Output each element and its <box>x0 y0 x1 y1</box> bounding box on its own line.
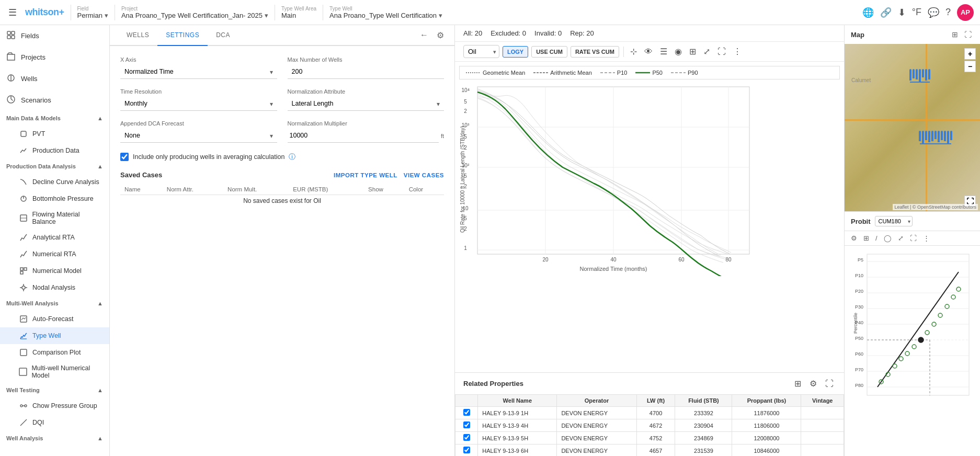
sidebar-item-auto-forecast[interactable]: Auto-Forecast <box>0 311 109 327</box>
chart-toolbar: Oil Gas Water LOGY USE CUM RATE VS CUM ⊹… <box>455 42 844 62</box>
globe-icon[interactable]: 🌐 <box>862 7 874 18</box>
svg-point-25 <box>25 405 27 407</box>
row-fluid: 234869 <box>675 432 732 444</box>
probit-table-icon[interactable]: ⊞ <box>861 233 871 243</box>
link-icon[interactable]: 🔗 <box>880 7 892 18</box>
sidebar-item-chow[interactable]: Chow Pressure Group <box>0 397 109 414</box>
menu-button[interactable]: ☰ <box>6 5 19 20</box>
settings-button[interactable]: ⚙ <box>435 28 446 42</box>
row-check[interactable] <box>455 407 478 419</box>
probit-expand-icon[interactable]: ⤢ <box>896 233 906 243</box>
sidebar-item-multi-numerical[interactable]: Multi-well Numerical Model <box>0 361 109 383</box>
sidebar-item-fields[interactable]: Fields <box>0 25 109 47</box>
help-icon[interactable]: ? <box>945 7 951 18</box>
sidebar-item-dca[interactable]: Decline Curve Analysis <box>0 174 109 190</box>
section-multi-well[interactable]: Multi-Well Analysis ▲ <box>0 296 109 311</box>
grid-icon[interactable]: ⊞ <box>687 45 698 58</box>
fullscreen-icon[interactable]: ⛶ <box>715 45 728 58</box>
table-row: HALEY 9-13-9 5H DEVON ENERGY 4752 234869… <box>455 432 844 444</box>
sidebar-item-num-model[interactable]: Numerical Model <box>0 263 109 279</box>
related-layout-icon[interactable]: ⊞ <box>792 377 803 390</box>
sidebar-item-production-data[interactable]: Production Data <box>0 142 109 159</box>
field-dropdown-icon[interactable]: ▾ <box>105 12 108 19</box>
max-wells-input[interactable] <box>288 65 445 79</box>
field-group: Field Permian ▾ <box>77 6 108 19</box>
map-expand-icon[interactable]: ⛶ <box>962 29 974 40</box>
probit-toolbar: ⚙ ⊞ / ◯ ⤢ ⛶ ⋮ <box>845 231 980 246</box>
auto-forecast-label: Auto-Forecast <box>32 315 74 323</box>
sidebar-item-scenarios[interactable]: Scenarios <box>0 89 109 111</box>
svg-rect-3 <box>12 36 15 39</box>
probit-fullscreen-icon[interactable]: ⛶ <box>908 233 919 243</box>
norm-multiplier-input[interactable] <box>288 129 439 143</box>
sidebar-item-dqi[interactable]: DQI <box>0 414 109 431</box>
table-icon[interactable]: ☰ <box>658 45 669 58</box>
pie-icon[interactable]: ◉ <box>673 45 684 58</box>
cursor-icon[interactable]: ⊹ <box>628 45 639 58</box>
view-cases-button[interactable]: VIEW CASES <box>404 172 444 178</box>
section-well-testing[interactable]: Well Testing ▲ <box>0 383 109 397</box>
time-resolution-select[interactable]: Monthly <box>120 97 277 111</box>
sidebar-item-arta[interactable]: Analytical RTA <box>0 229 109 246</box>
chat-icon[interactable]: 💬 <box>928 7 939 18</box>
eye-off-icon[interactable]: 👁 <box>642 45 655 58</box>
probit-edit-icon[interactable]: / <box>873 233 880 243</box>
info-icon[interactable]: ⓘ <box>289 152 295 162</box>
back-button[interactable]: ← <box>418 28 430 42</box>
tab-settings[interactable]: SETTINGS <box>157 25 208 46</box>
multi-numerical-icon <box>19 367 27 377</box>
probit-select[interactable]: CUM180 CUM365 <box>875 216 913 226</box>
num-model-icon <box>19 266 28 276</box>
include-producing-checkbox[interactable] <box>120 153 129 161</box>
sidebar-item-pvt[interactable]: PVT <box>0 126 109 142</box>
norm-attribute-select-wrap: Lateral Length <box>288 97 445 111</box>
map-table-icon[interactable]: ⊞ <box>950 29 960 40</box>
tab-wells[interactable]: WELLS <box>118 25 157 46</box>
import-type-well-button[interactable]: IMPORT TYPE WELL <box>334 172 397 178</box>
related-expand-icon[interactable]: ⛶ <box>823 377 836 390</box>
svg-text:Normalized Time (months): Normalized Time (months) <box>580 266 647 272</box>
expand-chart-icon[interactable]: ⤢ <box>701 45 712 58</box>
x-axis-select[interactable]: Normalized Time <box>120 65 277 79</box>
temperature-icon[interactable]: °F <box>912 7 921 18</box>
section-main-data[interactable]: Main Data & Models ▲ <box>0 111 109 126</box>
well-pins-1 <box>909 69 930 82</box>
related-settings-icon[interactable]: ⚙ <box>807 377 819 390</box>
probit-settings-icon[interactable]: ⚙ <box>849 233 859 243</box>
norm-attribute-select[interactable]: Lateral Length <box>288 97 445 111</box>
sidebar-item-projects[interactable]: Projects <box>0 47 109 68</box>
sidebar-item-comparison[interactable]: Comparison Plot <box>0 344 109 361</box>
col-eur: EUR (MSTB) <box>289 184 364 195</box>
probit-lasso-icon[interactable]: ◯ <box>882 233 894 243</box>
sidebar-item-nrta[interactable]: Numerical RTA <box>0 246 109 263</box>
use-cum-button[interactable]: USE CUM <box>531 46 567 58</box>
sidebar-item-bhp[interactable]: Bottomhole Pressure <box>0 190 109 207</box>
sidebar-item-fmb[interactable]: Flowing Material Balance <box>0 207 109 229</box>
sidebar-item-nodal[interactable]: Nodal Analysis <box>0 279 109 296</box>
svg-rect-12 <box>20 268 23 270</box>
svg-text:P50: P50 <box>855 336 863 341</box>
row-check[interactable] <box>455 444 478 457</box>
form-row-1: X Axis Normalized Time Max Number of Wel… <box>120 56 444 79</box>
project-dropdown-icon[interactable]: ▾ <box>265 12 268 19</box>
tab-dca[interactable]: DCA <box>208 25 238 46</box>
sidebar-item-wells[interactable]: Wells <box>0 68 109 89</box>
col-color: Color <box>405 184 444 195</box>
more-icon[interactable]: ⋮ <box>731 45 744 58</box>
section-production-analysis[interactable]: Production Data Analysis ▲ <box>0 159 109 174</box>
map-zoom-in[interactable]: + <box>964 48 976 60</box>
logy-button[interactable]: LOGY <box>503 46 528 58</box>
probit-more-icon[interactable]: ⋮ <box>921 233 932 243</box>
row-check[interactable] <box>455 432 478 444</box>
map-zoom-out[interactable]: − <box>964 61 976 72</box>
row-check[interactable] <box>455 419 478 432</box>
section-well-analysis[interactable]: Well Analysis ▲ <box>0 431 109 446</box>
rate-vs-cum-button[interactable]: RATE VS CUM <box>571 46 619 58</box>
fluid-select[interactable]: Oil Gas Water <box>463 45 499 58</box>
type-well-dropdown-icon[interactable]: ▾ <box>439 12 442 19</box>
appended-dca-select[interactable]: None <box>120 129 277 143</box>
row-lw: 4700 <box>636 407 675 419</box>
download-icon[interactable]: ⬇ <box>898 7 906 18</box>
sidebar-item-type-well[interactable]: Type Well <box>0 327 109 344</box>
avatar[interactable]: AP <box>957 4 974 21</box>
